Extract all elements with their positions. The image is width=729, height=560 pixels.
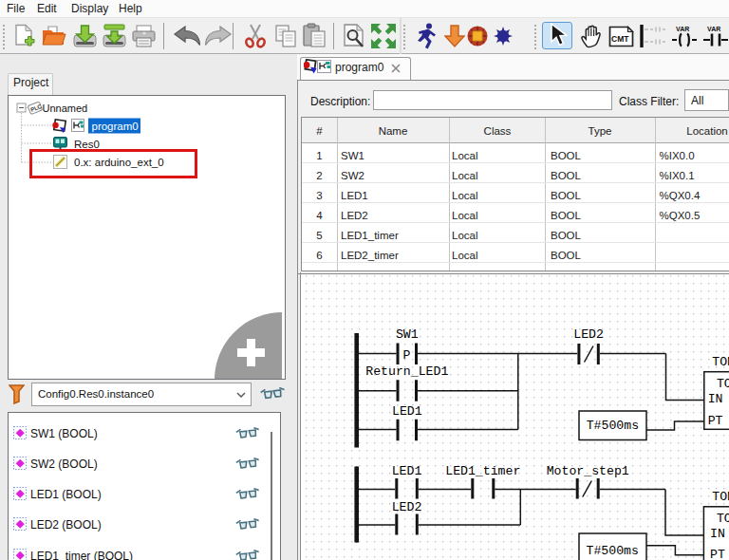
svg-text:LED2: LED2 (341, 210, 368, 221)
svg-text:VAR: VAR (676, 26, 689, 32)
svg-text:Local: Local (452, 170, 478, 181)
svg-text:SW2 (BOOL): SW2 (BOOL) (30, 457, 98, 471)
svg-text:IN: IN (708, 392, 723, 406)
svg-text:CMT: CMT (611, 34, 629, 44)
svg-text:2: 2 (316, 170, 322, 181)
svg-text:BOOL: BOOL (551, 210, 582, 221)
svg-text:LED1: LED1 (392, 464, 422, 478)
svg-text:6: 6 (316, 250, 322, 261)
svg-text:TON: TON (717, 512, 729, 526)
svg-text:IN: IN (710, 527, 725, 541)
svg-text:Return_LED1: Return_LED1 (365, 364, 448, 379)
svg-text:PT: PT (710, 548, 725, 560)
svg-text:PT: PT (708, 414, 723, 428)
svg-text:LED1_timer: LED1_timer (341, 230, 399, 241)
svg-text:LED1: LED1 (392, 404, 422, 419)
svg-text:SW1: SW1 (396, 327, 419, 342)
svg-text:Local: Local (452, 210, 478, 221)
svg-text:LED2_timer: LED2_timer (341, 250, 399, 261)
svg-text:%IX0.0: %IX0.0 (660, 150, 695, 161)
svg-text:4: 4 (316, 210, 323, 221)
svg-text:Name: Name (379, 125, 408, 137)
svg-text:BOOL: BOOL (551, 170, 582, 181)
svg-text:Type: Type (589, 125, 612, 137)
svg-text:P: P (403, 348, 411, 363)
svg-text:VAR: VAR (707, 26, 720, 32)
svg-text:T#500ms: T#500ms (587, 419, 639, 433)
svg-text:Class: Class (484, 125, 512, 137)
svg-text:3: 3 (316, 190, 322, 201)
svg-text:LED2: LED2 (573, 327, 604, 342)
svg-text:LED2 (BOOL): LED2 (BOOL) (30, 518, 102, 532)
svg-text:BOOL: BOOL (551, 190, 582, 201)
svg-text:%IX0.1: %IX0.1 (660, 170, 695, 181)
svg-text:T#500ms: T#500ms (587, 544, 639, 558)
svg-text:SW1 (BOOL): SW1 (BOOL) (30, 427, 98, 440)
svg-text:SW2: SW2 (341, 170, 364, 181)
svg-text:TON: TON (717, 377, 729, 391)
svg-text:Unnamed: Unnamed (43, 103, 88, 114)
svg-text:Local: Local (452, 150, 478, 161)
svg-text:#: # (316, 125, 323, 137)
svg-text:LED1: LED1 (341, 190, 368, 201)
svg-text:TON1: TON1 (712, 490, 729, 504)
svg-text:LED2: LED2 (392, 500, 422, 514)
svg-text:Location: Location (686, 125, 727, 137)
svg-text:LED1_timer: LED1_timer (445, 464, 520, 478)
svg-text:1: 1 (316, 150, 322, 161)
svg-text:Local: Local (452, 230, 478, 241)
svg-text:Motor_step1: Motor_step1 (547, 464, 629, 478)
svg-text:LED1 (BOOL): LED1 (BOOL) (30, 488, 102, 501)
svg-text:%QX0.4: %QX0.4 (660, 190, 701, 201)
svg-text:SW1: SW1 (341, 150, 364, 161)
svg-text:BOOL: BOOL (551, 150, 582, 161)
svg-text:Local: Local (452, 250, 478, 261)
svg-text:BOOL: BOOL (551, 250, 582, 261)
svg-text:TON0: TON0 (712, 355, 729, 369)
svg-text:LED1_timer (BOOL): LED1_timer (BOOL) (30, 550, 133, 560)
svg-text:program0: program0 (92, 121, 139, 132)
svg-text:Local: Local (452, 190, 478, 201)
svg-text:BOOL: BOOL (551, 230, 582, 241)
svg-text:5: 5 (316, 230, 322, 241)
svg-text:%QX0.5: %QX0.5 (660, 210, 701, 221)
